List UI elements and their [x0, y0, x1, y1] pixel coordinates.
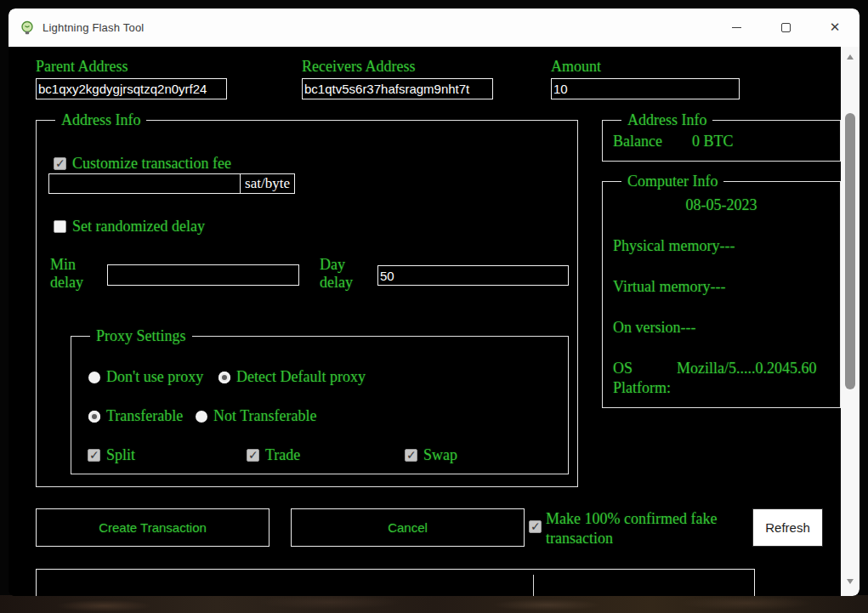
- balance-group-legend: Address Info: [621, 111, 712, 129]
- day-delay-input[interactable]: 50: [377, 265, 569, 286]
- customize-fee-checkbox[interactable]: [54, 157, 66, 170]
- randomized-delay-label: Set randomized delay: [72, 218, 205, 236]
- dont-use-proxy-radio[interactable]: [88, 372, 100, 383]
- amount-label: Amount: [551, 58, 601, 76]
- dont-use-proxy-label: Don't use proxy: [106, 368, 203, 386]
- maximize-button[interactable]: [761, 9, 810, 47]
- proxy-settings-legend: Proxy Settings: [90, 326, 192, 345]
- output-panel-divider: [533, 575, 534, 596]
- balance-value: 0 BTC: [692, 133, 734, 150]
- output-panel: [36, 569, 755, 596]
- titlebar: Lightning Flash Tool ✕: [9, 9, 859, 47]
- proxy-settings-group: Proxy Settings Don't use proxy Detect De…: [71, 336, 569, 474]
- fee-input[interactable]: [48, 173, 241, 194]
- min-delay-input[interactable]: [107, 264, 299, 286]
- receivers-address-input[interactable]: bc1qtv5s6r37hafsragm9nht7t: [302, 78, 493, 99]
- fee-unit-box: sat/byte: [240, 173, 295, 194]
- window-controls: ✕: [712, 9, 859, 47]
- detect-default-proxy-radio[interactable]: [218, 372, 230, 383]
- cancel-button[interactable]: Cancel: [291, 508, 525, 547]
- scrollbar[interactable]: [841, 47, 859, 596]
- minimize-button[interactable]: [712, 9, 761, 47]
- day-delay-label: Day delay: [320, 256, 366, 292]
- amount-input[interactable]: 10: [551, 78, 740, 99]
- create-transaction-button[interactable]: Create Transaction: [36, 508, 269, 547]
- desktop: Lightning Flash Tool ✕ Parent Address Re…: [0, 0, 868, 613]
- split-checkbox[interactable]: [88, 449, 100, 462]
- maximize-icon: [781, 23, 791, 32]
- balance-label: Balance: [613, 133, 662, 150]
- refresh-button[interactable]: Refresh: [752, 508, 823, 547]
- swap-label: Swap: [423, 446, 457, 464]
- lightbulb-app-icon: [20, 20, 35, 36]
- close-button[interactable]: ✕: [810, 9, 859, 47]
- window-body: Parent Address Receivers Address Amount …: [9, 47, 859, 596]
- balance-group: Address Info Balance 0 BTC: [602, 120, 841, 162]
- app-window: Lightning Flash Tool ✕ Parent Address Re…: [9, 9, 859, 596]
- os-label: OS: [613, 360, 633, 377]
- computer-info-legend: Computer Info: [621, 172, 723, 190]
- minimize-icon: [732, 27, 741, 29]
- scroll-up-icon[interactable]: [847, 54, 854, 60]
- not-transferable-label: Not Transferable: [213, 407, 316, 425]
- os-value: Mozilla/5.....0.2045.60: [677, 360, 817, 377]
- computer-info-date: 08-05-2023: [603, 196, 840, 214]
- computer-info-group: Computer Info 08-05-2023 Physical memory…: [602, 181, 841, 408]
- physical-memory-line: Physical memory---: [613, 237, 735, 255]
- trade-label: Trade: [265, 446, 300, 464]
- scrollbar-thumb[interactable]: [845, 113, 855, 389]
- swap-checkbox[interactable]: [405, 449, 417, 462]
- address-info-group: Address Info Customize transaction fee s…: [36, 120, 578, 487]
- on-version-line: On version---: [613, 319, 695, 337]
- min-delay-label: Min delay: [50, 256, 96, 292]
- transferable-radio[interactable]: [88, 411, 100, 423]
- detect-default-proxy-label: Detect Default proxy: [236, 368, 366, 386]
- not-transferable-radio[interactable]: [196, 411, 207, 423]
- randomized-delay-checkbox[interactable]: [54, 220, 66, 233]
- parent-address-label: Parent Address: [36, 58, 128, 76]
- close-icon: ✕: [830, 21, 841, 34]
- parent-address-input[interactable]: bc1qxy2kgdygjrsqtzq2n0yrf24: [36, 78, 227, 99]
- address-info-legend: Address Info: [55, 111, 146, 129]
- receivers-address-label: Receivers Address: [302, 58, 415, 76]
- platform-label: Platform:: [613, 379, 671, 397]
- customize-fee-label: Customize transaction fee: [72, 155, 231, 173]
- scroll-down-icon[interactable]: [847, 579, 854, 584]
- fake-transaction-label: Make 100% confirmed fake transaction: [546, 509, 748, 548]
- fake-transaction-checkbox[interactable]: [529, 520, 542, 533]
- transferable-label: Transferable: [106, 407, 183, 425]
- desktop-background: [0, 595, 868, 613]
- split-label: Split: [106, 446, 135, 464]
- virtual-memory-line: Virtual memory---: [613, 278, 725, 296]
- trade-checkbox[interactable]: [247, 449, 259, 462]
- window-title: Lightning Flash Tool: [43, 21, 144, 34]
